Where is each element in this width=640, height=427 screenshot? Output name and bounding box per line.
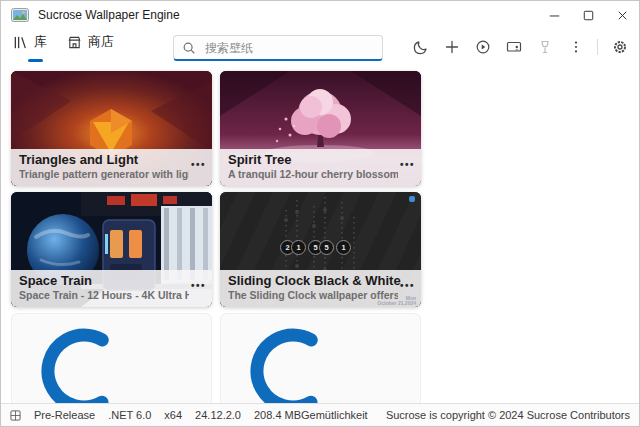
wallpaper-title: Triangles and Light [19, 152, 204, 168]
status-memory-usage: 208.4 MB [254, 409, 301, 421]
tab-store[interactable]: 商店 [67, 33, 114, 51]
active-indicator-dot [409, 196, 415, 202]
loading-spinner [38, 325, 130, 403]
library-icon [13, 35, 28, 50]
wallpaper-description: Triangle pattern generator with ligh... [19, 168, 189, 181]
window-title: Sucrose Wallpaper Engine [38, 8, 180, 22]
settings-gear-button[interactable] [608, 34, 631, 60]
clock-digit: 1 [336, 240, 351, 255]
glass-button[interactable] [533, 34, 556, 60]
add-button[interactable] [440, 34, 463, 60]
titlebar: Sucrose Wallpaper Engine [1, 1, 639, 29]
toolbar-divider [597, 39, 598, 55]
card-more-button[interactable]: ••• [400, 281, 415, 291]
close-button[interactable] [605, 1, 639, 29]
maximize-button[interactable] [571, 1, 605, 29]
status-app-version: 24.12.2.0 [195, 409, 241, 421]
app-logo-icon [11, 8, 29, 22]
wallpaper-description: Space Train - 12 Hours - 4K Ultra H... [19, 289, 189, 302]
display-preview-button[interactable] [502, 34, 525, 60]
clock-digit: 5 [319, 240, 334, 255]
card-more-button[interactable]: ••• [191, 160, 206, 170]
statusbar: Pre-Release .NET 6.0 x64 24.12.2.0 208.4… [1, 403, 639, 426]
status-release-channel: Pre-Release [34, 409, 95, 421]
status-left-group: Pre-Release .NET 6.0 x64 24.12.2.0 208.4… [10, 409, 301, 421]
store-icon [67, 35, 82, 50]
minimize-button[interactable] [537, 1, 571, 29]
card-more-button[interactable]: ••• [191, 281, 206, 291]
search-input[interactable] [203, 40, 374, 56]
tab-store-label: 商店 [88, 33, 114, 51]
grid-icon [10, 410, 21, 421]
theme-moon-button[interactable] [409, 34, 432, 60]
nav-tabs: 库 商店 [13, 33, 114, 51]
clock-date-overlay: Mon October 21,2024 [377, 296, 416, 306]
wallpaper-description: The Sliding Clock wallpaper offers a... [228, 289, 398, 302]
card-caption: Sliding Clock Black & White The Sliding … [220, 270, 421, 307]
clock-digit: 1 [291, 240, 306, 255]
wallpaper-title: Sliding Clock Black & White [228, 273, 413, 289]
more-kebab-button[interactable] [564, 34, 587, 60]
search-box[interactable] [173, 35, 383, 61]
loading-spinner [247, 325, 339, 403]
wallpaper-card-triangles-and-light[interactable]: Triangles and Light Triangle pattern gen… [11, 71, 212, 186]
toolbar-actions [409, 34, 631, 60]
wallpaper-grid: Triangles and Light Triangle pattern gen… [1, 65, 639, 403]
status-copyright: Sucrose is copyright © 2024 Sucrose Cont… [386, 409, 630, 421]
wallpaper-description: A tranquil 12-hour cherry blossom l... [228, 168, 398, 181]
wallpaper-card-sliding-clock[interactable]: 2 1 5 5 1 Sliding Clock Black & White Th… [220, 192, 421, 307]
card-caption: Triangles and Light Triangle pattern gen… [11, 149, 212, 186]
wallpaper-title: Space Train [19, 273, 204, 289]
card-caption: Space Train Space Train - 12 Hours - 4K … [11, 270, 212, 307]
play-button[interactable] [471, 34, 494, 60]
status-center-text: Gemütlichkeit [301, 409, 368, 421]
status-architecture: x64 [164, 409, 182, 421]
tab-library-label: 库 [34, 33, 47, 51]
card-caption: Spirit Tree A tranquil 12-hour cherry bl… [220, 149, 421, 186]
window-controls [537, 1, 639, 29]
loading-card [11, 313, 212, 403]
active-tab-indicator [28, 59, 43, 62]
card-more-button[interactable]: ••• [400, 160, 415, 170]
wallpaper-title: Spirit Tree [228, 152, 413, 168]
wallpaper-card-spirit-tree[interactable]: Spirit Tree A tranquil 12-hour cherry bl… [220, 71, 421, 186]
wallpaper-card-space-train[interactable]: Space Train Space Train - 12 Hours - 4K … [11, 192, 212, 307]
loading-card [220, 313, 421, 403]
search-icon [182, 41, 196, 55]
status-dotnet-version: .NET 6.0 [108, 409, 151, 421]
toolbar: 库 商店 [1, 29, 639, 65]
tab-library[interactable]: 库 [13, 33, 47, 51]
